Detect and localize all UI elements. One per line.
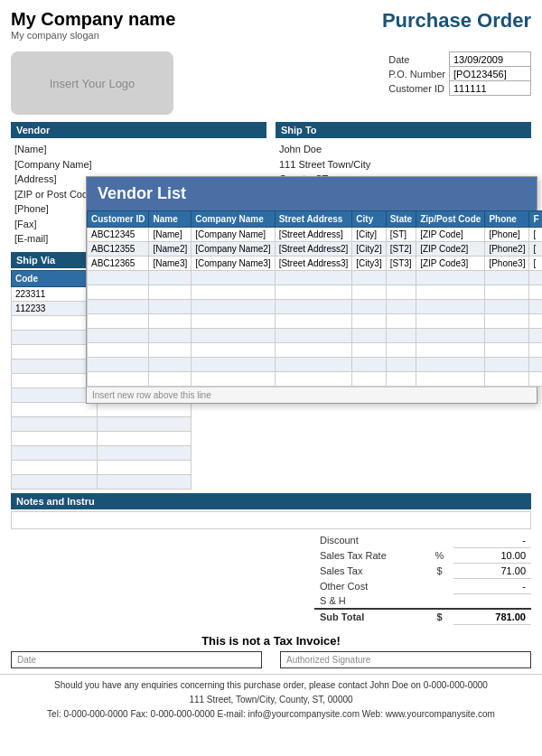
company-slogan: My company slogan	[11, 30, 175, 41]
authorized-signature-label: Authorized Signature	[286, 655, 370, 665]
sh-label: S & H	[314, 593, 425, 609]
discount-row: Discount -	[314, 533, 531, 548]
list-item	[12, 402, 192, 416]
list-item	[88, 372, 543, 387]
totals-section: Discount - Sales Tax Rate % 10.00 Sales …	[0, 533, 542, 626]
header: My Company name My company slogan Purcha…	[0, 0, 542, 46]
po-label: P.O. Number	[385, 67, 449, 81]
sh-row: S & H	[314, 593, 531, 609]
sh-value	[453, 593, 531, 609]
totals-table: Discount - Sales Tax Rate % 10.00 Sales …	[314, 533, 531, 626]
vl-col-street: Street Address	[275, 211, 352, 228]
date-field-label: Date	[17, 655, 36, 665]
vendor-list-table: Customer ID Name Company Name Street Add…	[87, 210, 542, 387]
vl-col-phone: Phone	[485, 211, 529, 228]
signature-line: Date Authorized Signature	[0, 651, 542, 668]
footer-line1: Should you have any enquiries concerning…	[11, 678, 531, 693]
customer-id-label: Customer ID	[385, 81, 449, 96]
meta-table: Date 13/09/2009 P.O. Number [PO123456] C…	[385, 51, 531, 115]
list-item	[12, 445, 192, 460]
footer-line3: Tel: 0-000-000-0000 Fax: 0-000-000-0000 …	[11, 707, 531, 722]
vl-col-city: City	[352, 211, 386, 228]
list-item: ABC12365[Name3][Company Name3][Street Ad…	[88, 257, 543, 271]
company-name: My Company name	[11, 9, 175, 30]
vl-col-zip: Zip/Post Code	[416, 211, 485, 228]
sales-tax-row: Sales Tax $ 71.00	[314, 563, 531, 578]
discount-value: -	[453, 533, 531, 548]
list-item	[88, 329, 543, 343]
notes-section: Notes and Instru	[0, 493, 542, 529]
date-field[interactable]: Date	[11, 651, 262, 668]
subtotal-sym: $	[425, 609, 453, 625]
vl-col-customer-id: Customer ID	[88, 211, 149, 228]
tax-invoice-notice: This is not a Tax Invoice!	[0, 629, 542, 651]
notes-body[interactable]	[11, 511, 531, 529]
sales-tax-rate-sym: %	[425, 547, 453, 563]
page: My Company name My company slogan Purcha…	[0, 0, 542, 756]
sales-tax-label: Sales Tax	[314, 563, 425, 578]
vendor-list-overlay: Vendor List Customer ID Name Company Nam…	[86, 176, 537, 404]
list-item	[12, 460, 192, 474]
list-item	[88, 271, 543, 285]
authorized-signature-field[interactable]: Authorized Signature	[280, 651, 531, 668]
logo-meta-section: Insert Your Logo Date 13/09/2009 P.O. Nu…	[0, 46, 542, 122]
subtotal-row: Sub Total $ 781.00	[314, 609, 531, 625]
vendor-name: [Name]	[14, 142, 263, 157]
list-item	[88, 300, 543, 314]
list-item	[12, 416, 192, 431]
vl-col-state: State	[386, 211, 416, 228]
shipto-header: Ship To	[276, 122, 531, 138]
logo-placeholder: Insert Your Logo	[11, 51, 173, 115]
sales-tax-value: 71.00	[453, 563, 531, 578]
insert-row-label: Insert new row above this line	[87, 387, 537, 403]
date-label: Date	[385, 52, 449, 67]
sales-tax-rate-value: 10.00	[453, 547, 531, 563]
other-cost-value: -	[453, 578, 531, 593]
vendor-company: [Company Name]	[14, 157, 263, 173]
company-info: My Company name My company slogan	[11, 9, 175, 41]
col-code: Code	[12, 270, 98, 286]
date-value: 13/09/2009	[450, 52, 531, 67]
footer-line2: 111 Street, Town/City, County, ST, 00000	[11, 693, 531, 707]
shipto-name: John Doe	[279, 142, 528, 157]
list-item	[88, 358, 543, 372]
vl-col-f: F	[529, 211, 542, 228]
po-value: [PO123456]	[450, 67, 531, 81]
list-item	[88, 314, 543, 329]
list-item	[88, 285, 543, 300]
list-item	[12, 431, 192, 445]
subtotal-label: Sub Total	[314, 609, 425, 625]
list-item	[12, 474, 192, 489]
sales-tax-rate-row: Sales Tax Rate % 10.00	[314, 547, 531, 563]
other-cost-label: Other Cost	[314, 578, 425, 593]
list-item: ABC12355[Name2][Company Name2][Street Ad…	[88, 242, 543, 257]
customer-id-value: 111111	[450, 81, 531, 96]
other-cost-row: Other Cost -	[314, 578, 531, 593]
sales-tax-sym: $	[425, 563, 453, 578]
shipto-address1: 111 Street Town/City	[279, 157, 528, 173]
list-item: ABC12345[Name][Company Name][Street Addr…	[88, 228, 543, 242]
sales-tax-rate-label: Sales Tax Rate	[314, 547, 425, 563]
footer: Should you have any enquiries concerning…	[0, 674, 542, 725]
notes-header: Notes and Instru	[11, 493, 531, 509]
vl-col-company: Company Name	[192, 211, 275, 228]
list-item	[88, 343, 543, 358]
document-title: Purchase Order	[382, 9, 531, 41]
discount-label: Discount	[314, 533, 425, 548]
subtotal-value: 781.00	[453, 609, 531, 625]
vendor-list-title: Vendor List	[87, 177, 537, 210]
vendor-header: Vendor	[11, 122, 266, 138]
vl-col-name: Name	[149, 211, 192, 228]
